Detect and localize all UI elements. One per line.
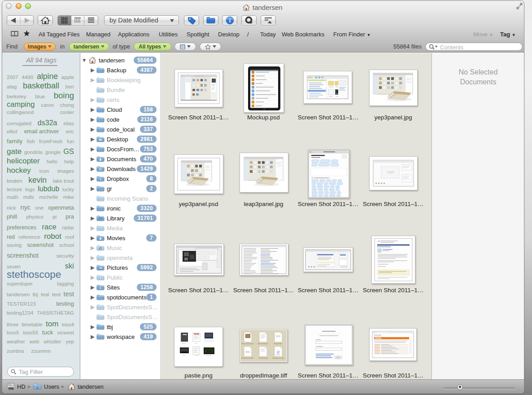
svg-text:Aroha Resume Mail..: Aroha Resume Mail.. — [241, 357, 254, 359]
svg-text:HTTP: HTTP — [276, 354, 280, 356]
svg-text:Fixed free message: Fixed free message — [272, 357, 284, 359]
svg-text:@: @ — [277, 350, 280, 354]
svg-text:Mania Tanda Stand..: Mania Tanda Stand.. — [242, 343, 254, 345]
svg-text:Water17 held and..: Water17 held and.. — [257, 343, 269, 345]
svg-text:DOC: DOC — [246, 351, 251, 353]
svg-text:United 14-6.pdf: United 14-6.pdf — [258, 357, 268, 359]
svg-text:DOC: DOC — [276, 335, 281, 338]
svg-text:Roland Older..: Roland Older.. — [274, 343, 283, 345]
